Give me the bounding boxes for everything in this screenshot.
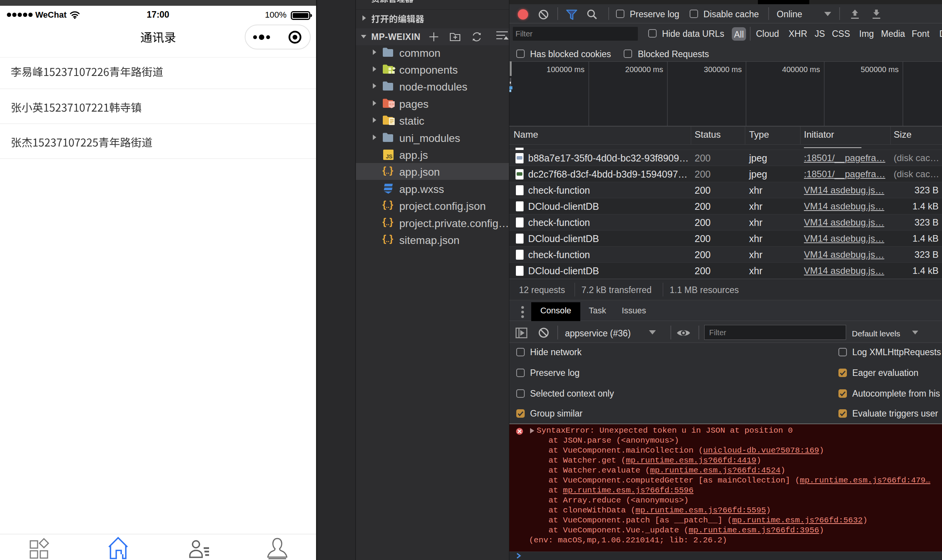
svg-text:JS: JS bbox=[386, 153, 392, 160]
svg-text:<>: <> bbox=[389, 102, 394, 107]
